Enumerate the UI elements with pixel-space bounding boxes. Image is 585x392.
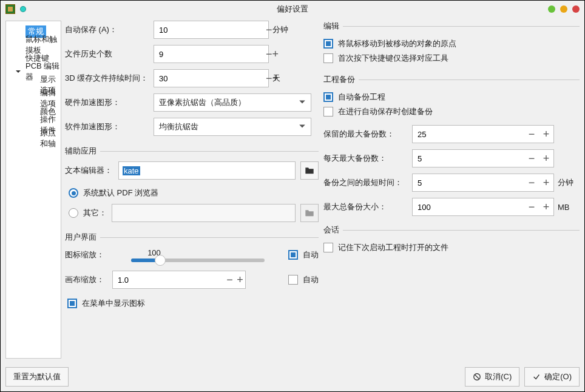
autosave-input[interactable] (154, 21, 266, 38)
chevron-down-icon (299, 123, 306, 132)
swaccel-combo[interactable]: 均衡抗锯齿 (154, 118, 311, 136)
canvasscale-auto-checkbox[interactable]: 自动 (288, 272, 319, 287)
edit-group: 编辑 将鼠标移动到被移动的对象的原点 首次按下快捷键仅选择对应工具 (323, 21, 580, 68)
cache3d-label: 3D 缓存文件持续时间： (65, 73, 150, 84)
sidebar-item-pcb-editor[interactable]: PCB 编辑器 (6, 65, 61, 78)
cache3d-input[interactable] (154, 70, 266, 87)
show-menu-icons-checkbox[interactable]: 在菜单中显示图标 (67, 296, 319, 311)
canvasscale-input[interactable] (113, 271, 225, 288)
tree-collapse-icon[interactable] (15, 68, 22, 75)
inc-button[interactable]: + (539, 150, 553, 167)
ui-group: 用户界面 图标缩放： 100 自动 画布缩放： (65, 232, 319, 313)
sidebar-item-mouse[interactable]: 鼠标和触摸板 (6, 38, 61, 52)
warp-mouse-label: 将鼠标移动到被移动的对象的原点 (338, 38, 456, 49)
maximize-button[interactable] (560, 5, 567, 13)
dec-button[interactable]: − (524, 150, 539, 167)
checkbox-icon (323, 53, 333, 63)
dec-button[interactable]: − (225, 271, 235, 288)
hwaccel-label: 硬件加速图形： (65, 97, 150, 108)
remember-files-checkbox[interactable]: 记住下次启动工程时打开的文件 (323, 240, 580, 255)
checkbox-icon (323, 107, 333, 117)
checkbox-icon (323, 39, 333, 49)
reset-defaults-button[interactable]: 重置为默认值 (5, 367, 69, 387)
sidebar-item-origin[interactable]: 原点和轴 (6, 132, 61, 145)
hotkey-first-label: 首次按下快捷键仅选择对应工具 (338, 53, 448, 64)
max-total-input[interactable] (413, 126, 524, 143)
max-daily-spinner[interactable]: − + (412, 149, 554, 167)
backup-on-save-label: 在进行自动保存时创建备份 (338, 106, 433, 117)
cache3d-spinner[interactable]: − + (154, 69, 269, 87)
dec-button[interactable]: − (524, 198, 539, 215)
swaccel-value: 均衡抗锯齿 (159, 121, 198, 132)
minimize-button[interactable] (548, 5, 555, 13)
window-dot-icon (20, 6, 26, 12)
min-interval-spinner[interactable]: − + (412, 174, 554, 192)
folder-icon (305, 209, 314, 217)
iconscale-auto-checkbox[interactable]: 自动 (288, 248, 319, 262)
inc-button[interactable]: + (235, 271, 245, 288)
filehist-spinner[interactable]: − + (154, 45, 269, 63)
window-title: 偏好设置 (1, 1, 584, 18)
autosave-spinner[interactable]: − + (154, 21, 269, 39)
hwaccel-combo[interactable]: 亚像素抗锯齿（高品质） (154, 93, 311, 112)
dec-button[interactable]: − (524, 174, 539, 191)
checkbox-icon (323, 243, 333, 252)
inc-button[interactable]: + (539, 126, 553, 143)
checkbox-icon (288, 275, 298, 285)
autosave-label: 自动保存 (A)： (65, 24, 150, 35)
canvasscale-spinner[interactable]: − + (112, 271, 246, 289)
max-total-spinner[interactable]: − + (412, 125, 554, 143)
titlebar: 偏好设置 (1, 1, 584, 18)
session-legend: 会话 (320, 225, 343, 235)
cancel-button[interactable]: 取消(C) (465, 367, 519, 387)
dec-button[interactable]: − (266, 46, 272, 63)
folder-icon (305, 166, 314, 175)
auto-backup-checkbox[interactable]: 自动备份工程 (323, 90, 580, 104)
min-interval-input[interactable] (413, 174, 524, 191)
helper-legend: 辅助应用 (61, 146, 100, 157)
checkbox-icon (288, 250, 298, 260)
max-size-input[interactable] (413, 198, 524, 215)
pdf-default-label: 系统默认 PDF 浏览器 (83, 188, 158, 198)
settings-sidebar[interactable]: 常规 鼠标和触摸板 快捷键 PCB 编辑器 显示选项 编辑选项 颜色 操作插件 … (5, 21, 61, 359)
session-group: 会话 记住下次启动工程时打开的文件 (323, 225, 580, 257)
sidebar-item-edit-opts[interactable]: 编辑选项 (6, 92, 61, 105)
pdf-other-label: 其它： (83, 208, 107, 218)
texteditor-browse-button[interactable] (300, 161, 319, 180)
texteditor-value: kate (123, 166, 140, 175)
hwaccel-value: 亚像素抗锯齿（高品质） (159, 97, 246, 108)
swaccel-label: 软件加速图形： (65, 121, 150, 132)
warp-mouse-checkbox[interactable]: 将鼠标移动到被移动的对象的原点 (323, 36, 580, 51)
backup-legend: 工程备份 (320, 74, 359, 85)
dec-button[interactable]: − (524, 126, 539, 143)
pdf-other-radio[interactable]: 其它： (69, 206, 107, 220)
inc-button[interactable]: + (539, 198, 553, 215)
backup-on-save-checkbox[interactable]: 在进行自动保存时创建备份 (323, 104, 580, 119)
max-size-spinner[interactable]: − + (412, 198, 554, 216)
autosave-unit: 分钟 (272, 24, 297, 35)
max-daily-input[interactable] (413, 150, 524, 167)
dec-button[interactable]: − (266, 70, 272, 87)
hotkey-first-checkbox[interactable]: 首次按下快捷键仅选择对应工具 (323, 51, 580, 66)
auto-label: 自动 (303, 274, 319, 285)
dec-button[interactable]: − (266, 21, 272, 38)
texteditor-label: 文本编辑器： (65, 165, 113, 176)
pdf-other-field (112, 204, 296, 222)
iconscale-slider[interactable]: 100 (112, 248, 283, 262)
texteditor-field[interactable]: kate (118, 161, 296, 180)
app-icon (5, 4, 15, 14)
close-button[interactable] (572, 5, 580, 13)
check-icon (532, 373, 541, 381)
radio-icon (69, 188, 78, 198)
pdf-default-radio[interactable]: 系统默认 PDF 浏览器 (69, 186, 319, 200)
inc-button[interactable]: + (272, 46, 279, 63)
dialog-footer: 重置为默认值 取消(C) 确定(O) (5, 367, 580, 387)
inc-button[interactable]: + (539, 174, 553, 191)
max-size-label: 最大总备份大小： (323, 201, 408, 212)
radio-icon (69, 208, 78, 218)
filehist-input[interactable] (154, 46, 266, 63)
ok-button[interactable]: 确定(O) (524, 367, 580, 387)
max-size-unit: MB (558, 203, 580, 212)
auto-backup-label: 自动备份工程 (338, 92, 385, 103)
edit-legend: 编辑 (320, 21, 343, 32)
